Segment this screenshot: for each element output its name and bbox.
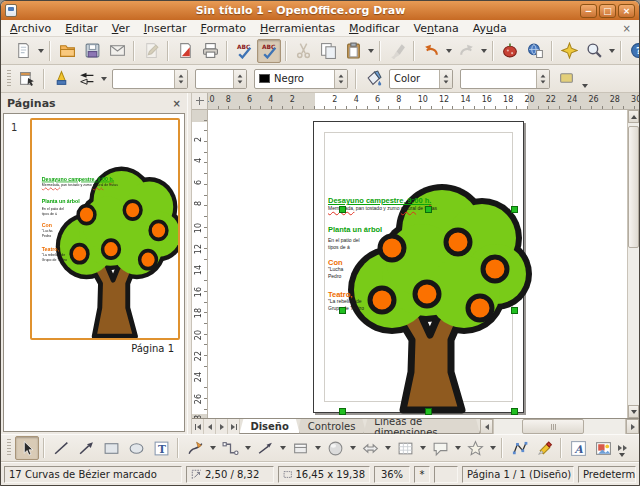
new-document-button[interactable]: [11, 39, 35, 63]
selection-handle[interactable]: [511, 307, 518, 314]
horizontal-ruler[interactable]: 10864224681012141618202224262830: [208, 93, 639, 110]
toolbar-overflow-icon[interactable]: [579, 67, 591, 91]
vertical-scroll-thumb[interactable]: [628, 126, 639, 248]
menu-modificar[interactable]: Modificar: [342, 22, 407, 35]
zoom-button[interactable]: [582, 39, 606, 63]
arrow-style-button[interactable]: [74, 67, 98, 91]
scroll-up-icon[interactable]: [628, 110, 639, 123]
status-zoom[interactable]: 36%: [374, 466, 410, 483]
block-arrows-button[interactable]: [358, 436, 382, 460]
line-dialog-button[interactable]: [49, 67, 73, 91]
maximize-button[interactable]: □: [599, 4, 616, 18]
spinner-icon[interactable]: [233, 70, 246, 88]
curve-dropdown-icon[interactable]: [208, 436, 217, 460]
callouts-button[interactable]: [428, 436, 452, 460]
block-arrows-dropdown-icon[interactable]: [383, 436, 392, 460]
spinner-icon[interactable]: [334, 70, 347, 88]
copy-button[interactable]: [316, 39, 340, 63]
area-dialog-button[interactable]: [361, 67, 385, 91]
spinner-icon[interactable]: [536, 70, 549, 88]
spellcheck-button[interactable]: ABC: [232, 39, 256, 63]
arrow-end-button[interactable]: [74, 436, 98, 460]
tab-diseño[interactable]: Diseño: [239, 419, 299, 434]
stars-button[interactable]: [463, 436, 487, 460]
toolbar-grip[interactable]: [7, 70, 11, 88]
tab-next-button[interactable]: [216, 419, 228, 434]
lines-arrows-button[interactable]: [253, 436, 277, 460]
glue-points-button[interactable]: [532, 436, 556, 460]
select-button[interactable]: [15, 436, 39, 460]
document-page[interactable]: Desayuno campestre, 9:00 h.Mermelada, pa…: [313, 121, 524, 413]
help-button[interactable]: ?: [626, 39, 640, 63]
flowchart-dropdown-icon[interactable]: [418, 436, 427, 460]
symbol-shapes-button[interactable]: [323, 436, 347, 460]
edit-points-button[interactable]: [507, 436, 531, 460]
selection-handle[interactable]: [339, 206, 346, 213]
basic-shapes-button[interactable]: [288, 436, 312, 460]
new-document-dropdown-icon[interactable]: [36, 39, 45, 63]
gallery-button[interactable]: [498, 39, 522, 63]
undo-dropdown-icon[interactable]: [444, 39, 453, 63]
tab-prev-button[interactable]: [204, 419, 216, 434]
curve-button[interactable]: [183, 436, 207, 460]
spinner-icon[interactable]: [439, 70, 452, 88]
text-button[interactable]: T: [149, 436, 173, 460]
tab-last-button[interactable]: [228, 419, 240, 434]
ellipse-button[interactable]: [124, 436, 148, 460]
document-close-icon[interactable]: ×: [617, 23, 637, 34]
menu-herramientas[interactable]: Herramientas: [253, 22, 342, 35]
selection-handle[interactable]: [339, 307, 346, 314]
menu-formato[interactable]: Formato: [194, 22, 254, 35]
paste-dropdown-icon[interactable]: [366, 39, 375, 63]
shadow-button[interactable]: [554, 67, 578, 91]
email-button[interactable]: [105, 39, 129, 63]
from-file-button[interactable]: [591, 436, 615, 460]
save-button[interactable]: [80, 39, 104, 63]
menu-insertar[interactable]: Insertar: [137, 22, 194, 35]
menu-archivo[interactable]: Archivo: [3, 22, 58, 35]
scroll-down-icon[interactable]: [628, 405, 639, 418]
vertical-scrollbar[interactable]: [627, 110, 639, 418]
selection-handle[interactable]: [511, 408, 518, 415]
open-folder-button[interactable]: [55, 39, 79, 63]
print-button[interactable]: [198, 39, 222, 63]
tab-first-button[interactable]: [192, 419, 204, 434]
menu-editar[interactable]: Editar: [58, 22, 105, 35]
connector-dropdown-icon[interactable]: [243, 436, 252, 460]
menu-ventana[interactable]: Ventana: [406, 22, 465, 35]
stars-dropdown-icon[interactable]: [488, 436, 497, 460]
line-width-combo[interactable]: [195, 69, 247, 89]
toolbar-overflow-icon[interactable]: [616, 436, 628, 460]
selection-handle[interactable]: [339, 408, 346, 415]
minimize-button[interactable]: −: [580, 4, 597, 18]
line-style-combo[interactable]: [112, 69, 188, 89]
selection-handle[interactable]: [425, 408, 432, 415]
horizontal-scrollbar[interactable]: [480, 419, 639, 434]
vertical-ruler[interactable]: 246810121416182022242628: [192, 110, 208, 418]
basic-shapes-dropdown-icon[interactable]: [313, 436, 322, 460]
styles-formatting-button[interactable]: [15, 67, 39, 91]
callouts-dropdown-icon[interactable]: [453, 436, 462, 460]
undo-button[interactable]: [419, 39, 443, 63]
zoom-dropdown-icon[interactable]: [607, 39, 616, 63]
flowchart-button[interactable]: [393, 436, 417, 460]
navigator-button[interactable]: [557, 39, 581, 63]
drawing-canvas[interactable]: Desayuno campestre, 9:00 h.Mermelada, pa…: [208, 110, 627, 418]
selection-handle[interactable]: [511, 206, 518, 213]
rectangle-button[interactable]: [99, 436, 123, 460]
symbol-shapes-dropdown-icon[interactable]: [348, 436, 357, 460]
line-color-combo[interactable]: Negro: [254, 69, 348, 89]
toolbar-grip[interactable]: [7, 439, 11, 457]
connector-button[interactable]: [218, 436, 242, 460]
lines-arrows-dropdown-icon[interactable]: [278, 436, 287, 460]
selection-handle[interactable]: [425, 206, 432, 213]
pages-panel-close-icon[interactable]: ×: [173, 98, 181, 109]
fontwork-button[interactable]: A: [566, 436, 590, 460]
paste-button[interactable]: [341, 39, 365, 63]
menu-ayuda[interactable]: Ayuda: [466, 22, 514, 35]
pages-list[interactable]: 1 Desayuno campestre, 9:00 h.Mermelada, …: [3, 113, 185, 432]
spinner-icon[interactable]: [174, 70, 187, 88]
hyperlink-button[interactable]: [523, 39, 547, 63]
arrow-style-dropdown-icon[interactable]: [99, 67, 108, 91]
close-button[interactable]: ×: [618, 4, 635, 18]
